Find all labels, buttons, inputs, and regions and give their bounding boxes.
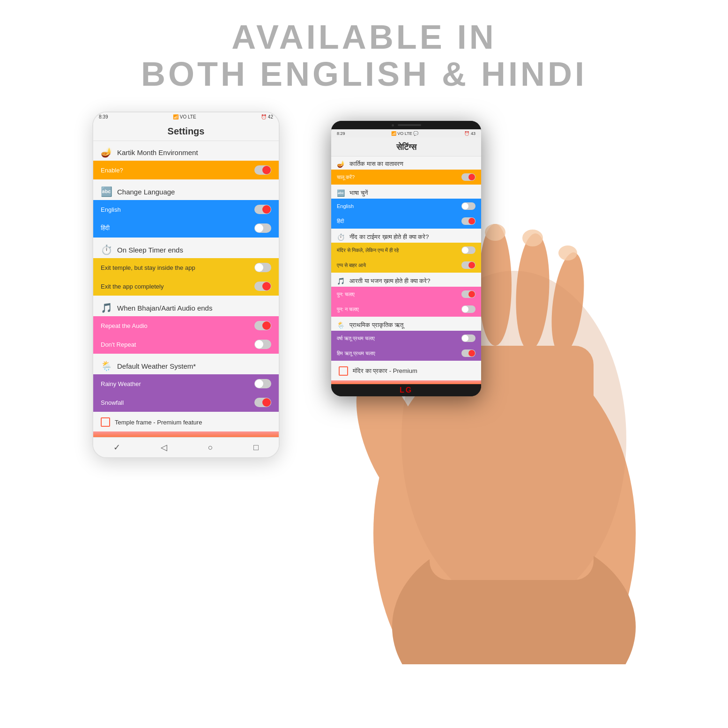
section-header-sleep: ⏱️ On Sleep Timer ends <box>93 238 279 258</box>
dont-repeat-label: Don't Repeat <box>101 341 136 348</box>
nav-check[interactable]: ✓ <box>113 442 120 453</box>
app-title-hindi: सेटिंग्स <box>331 138 481 156</box>
hindi-row[interactable]: हिंदी <box>93 219 279 238</box>
header-line1: AVAILABLE IN BOTH ENGLISH & HINDI <box>0 19 728 93</box>
section-language-hindi: 🔤 भाषा चुनें English हिंदी <box>331 186 481 229</box>
settings-content-hindi: 🪔 कार्तिक मास का वातावरण चालू करें? <box>331 156 481 384</box>
rainy-row-hindi[interactable]: वर्षा ऋतू प्रथम चलाए <box>331 331 481 346</box>
language-title: Change Language <box>117 188 175 196</box>
kartik-title: Kartik Month Environment <box>117 149 198 156</box>
enable-label: Enable? <box>101 167 123 174</box>
hindi-label-hindi: हिंदी <box>337 218 344 224</box>
repeat-row-hindi[interactable]: पुन: चलाए <box>331 287 481 302</box>
english-toggle[interactable] <box>254 205 271 214</box>
section-kartik: 🪔 Kartik Month Environment Enable? <box>93 141 279 179</box>
english-row-hindi[interactable]: English <box>331 199 481 214</box>
language-icon: 🔤 <box>101 186 112 197</box>
repeat-toggle[interactable] <box>254 321 271 330</box>
section-kartik-hindi: 🪔 कार्तिक मास का वातावरण चालू करें? <box>331 156 481 185</box>
kartik-icon-hindi: 🪔 <box>337 160 345 168</box>
repeat-label-hindi: पुन: चलाए <box>337 291 355 297</box>
hindi-row-hindi[interactable]: हिंदी <box>331 214 481 229</box>
signal-icons: 📶 VO LTE <box>173 114 196 119</box>
sleep-title: On Sleep Timer ends <box>117 246 183 254</box>
exit-app-label: Exit the app completely <box>101 283 163 290</box>
weather-icon: 🌦️ <box>101 360 112 371</box>
bottom-gradient-hindi <box>331 380 481 384</box>
exit-stay-label: Exit temple, but stay inside the app <box>101 264 195 271</box>
snowfall-toggle-hindi[interactable] <box>461 349 475 357</box>
snowfall-row-hindi[interactable]: हिम ऋतू प्रथम चलाए <box>331 346 481 361</box>
svg-point-11 <box>558 245 577 260</box>
speaker-bar <box>398 124 421 126</box>
english-phone: 8:39 📶 VO LTE ⏰ 42 Settings 🪔 Kartik Mon… <box>92 111 280 458</box>
section-header-language-hindi: 🔤 भाषा चुनें <box>331 186 481 199</box>
nav-square[interactable]: □ <box>253 443 259 453</box>
status-bar-english: 8:39 📶 VO LTE ⏰ 42 <box>93 112 279 121</box>
temple-frame-title-hindi: मंदिर का प्रकार - Premium <box>353 367 417 375</box>
section-header-bhajan: 🎵 When Bhajan/Aarti Audio ends <box>93 297 279 316</box>
section-sleep: ⏱️ On Sleep Timer ends Exit temple, but … <box>93 238 279 296</box>
section-header-sleep-hindi: ⏱️ नींद का टाईमर ख़त्म होते ही क्या करे? <box>331 230 481 243</box>
bhajan-icon: 🎵 <box>101 302 112 313</box>
nav-back[interactable]: ◁ <box>161 442 167 453</box>
repeat-toggle-hindi[interactable] <box>461 290 475 298</box>
bhajan-icon-hindi: 🎵 <box>337 277 345 285</box>
exit-app-row[interactable]: Exit the app completely <box>93 277 279 296</box>
dont-repeat-row-hindi[interactable]: पुन: न चलाए <box>331 302 481 317</box>
phones-container: 8:39 📶 VO LTE ⏰ 42 Settings 🪔 Kartik Mon… <box>0 111 728 664</box>
exit-app-toggle[interactable] <box>254 282 271 291</box>
kartik-title-hindi: कार्तिक मास का वातावरण <box>349 160 403 168</box>
language-icon-hindi: 🔤 <box>337 189 345 197</box>
english-toggle-hindi[interactable] <box>461 202 475 210</box>
snowfall-row[interactable]: Snowfall <box>93 393 279 412</box>
repeat-row[interactable]: Repeat the Audio <box>93 316 279 335</box>
english-row[interactable]: English <box>93 200 279 219</box>
section-header-weather-hindi: 🌦️ प्राथमिक प्राकृतिक ऋतू <box>331 318 481 331</box>
nav-home[interactable]: ○ <box>208 443 213 453</box>
dont-repeat-toggle-hindi[interactable] <box>461 305 475 313</box>
section-sleep-hindi: ⏱️ नींद का टाईमर ख़त्म होते ही क्या करे?… <box>331 230 481 273</box>
snowfall-label-hindi: हिम ऋतू प्रथम चलाए <box>337 350 375 357</box>
weather-icon-hindi: 🌦️ <box>337 321 345 329</box>
hindi-phone-wrapper: 8:29 📶 VO LTE 💬 ⏰ 43 सेटिंग्स 🪔 कार्तिक … <box>317 111 636 664</box>
phone-top-bar <box>331 121 481 129</box>
svg-point-9 <box>485 224 505 241</box>
battery-english: ⏰ 42 <box>261 114 273 119</box>
language-title-hindi: भाषा चुनें <box>349 189 368 197</box>
temple-frame-icon <box>101 417 110 427</box>
rainy-toggle[interactable] <box>254 379 271 388</box>
bhajan-title: When Bhajan/Aarti Audio ends <box>117 304 212 312</box>
enable-toggle[interactable] <box>254 165 271 175</box>
sleep-icon: ⏱️ <box>101 244 112 255</box>
temple-frame-title: Temple frame - Premium feature <box>115 419 202 426</box>
section-bhajan-hindi: 🎵 आरती या भजन ख़त्म होते ही क्या करे? पु… <box>331 274 481 317</box>
section-header-kartik-hindi: 🪔 कार्तिक मास का वातावरण <box>331 156 481 170</box>
section-header-language: 🔤 Change Language <box>93 180 279 200</box>
snowfall-toggle[interactable] <box>254 398 271 407</box>
enable-row-hindi[interactable]: चालू करें? <box>331 170 481 185</box>
enable-row[interactable]: Enable? <box>93 161 279 179</box>
exit-app-toggle-hindi[interactable] <box>461 261 475 269</box>
enable-toggle-hindi[interactable] <box>461 173 475 181</box>
exit-stay-toggle[interactable] <box>254 263 271 272</box>
rainy-toggle-hindi[interactable] <box>461 334 475 342</box>
temple-frame-row: Temple frame - Premium feature <box>93 413 279 431</box>
hindi-toggle-hindi[interactable] <box>461 217 475 225</box>
repeat-label: Repeat the Audio <box>101 322 148 329</box>
exit-stay-row-hindi[interactable]: मंदिर से निकले, लेकिन एप्प में ही रहे <box>331 243 481 258</box>
rainy-row[interactable]: Rainy Weather <box>93 374 279 393</box>
english-label: English <box>101 206 121 213</box>
exit-stay-toggle-hindi[interactable] <box>461 246 475 254</box>
hindi-phone-device: 8:29 📶 VO LTE 💬 ⏰ 43 सेटिंग्स 🪔 कार्तिक … <box>331 121 481 396</box>
hindi-toggle[interactable] <box>254 223 271 233</box>
temple-frame-icon-hindi <box>339 366 348 376</box>
page-wrapper: AVAILABLE IN BOTH ENGLISH & HINDI 8:39 📶… <box>0 0 728 664</box>
exit-app-row-hindi[interactable]: एप्प से बाहर आये <box>331 258 481 273</box>
snowfall-label: Snowfall <box>101 399 124 406</box>
dont-repeat-row[interactable]: Don't Repeat <box>93 335 279 354</box>
sleep-title-hindi: नींद का टाईमर ख़त्म होते ही क्या करे? <box>349 233 429 241</box>
dont-repeat-toggle[interactable] <box>254 340 271 349</box>
exit-stay-row[interactable]: Exit temple, but stay inside the app <box>93 258 279 277</box>
status-bar-hindi: 8:29 📶 VO LTE 💬 ⏰ 43 <box>331 129 481 138</box>
